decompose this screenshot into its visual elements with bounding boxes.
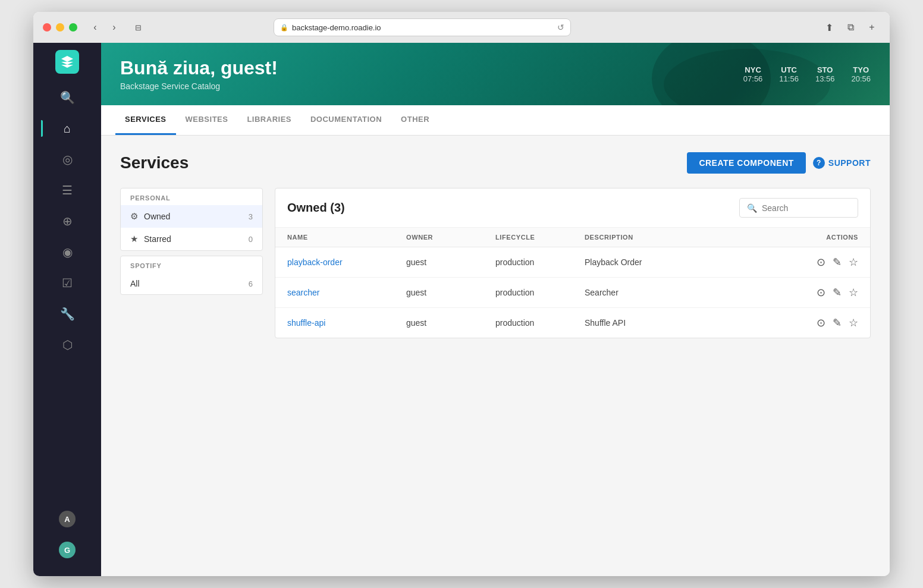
close-button[interactable]	[43, 23, 51, 32]
clock-sto-city: STO	[815, 65, 835, 74]
filter-spotify-title: SPOTIFY	[121, 256, 262, 273]
edit-icon[interactable]: ✎	[833, 286, 842, 299]
github-icon[interactable]: ⊙	[817, 286, 825, 299]
filter-all-count: 6	[249, 279, 253, 288]
url-bar[interactable]: 🔒 backstage-demo.roadie.io ↺	[274, 18, 571, 36]
search-icon: 🔍	[747, 203, 757, 213]
url-text: backstage-demo.roadie.io	[292, 23, 381, 32]
col-header-owner: OWNER	[394, 228, 484, 247]
search-box[interactable]: 🔍 ✕	[739, 198, 858, 218]
github-icon[interactable]: ⊙	[817, 256, 825, 269]
main-content: Bună ziua, guest! Backstage Service Cata…	[101, 43, 890, 576]
tab-bar: SERVICES WEBSITES LIBRARIES DOCUMENTATIO…	[101, 105, 890, 136]
tab-other[interactable]: OTHER	[391, 105, 439, 135]
sidebar-item-api[interactable]: ⬡	[53, 331, 81, 359]
edit-icon[interactable]: ✎	[833, 316, 842, 329]
star-icon: ★	[130, 234, 138, 244]
api-icon: ⬡	[62, 338, 73, 352]
tab-websites[interactable]: WEBSITES	[176, 105, 238, 135]
page-title: Services	[120, 153, 189, 172]
greeting-text: Bună ziua, guest!	[120, 57, 278, 79]
filter-item-starred-left: ★ Starred	[130, 234, 171, 244]
cell-lifecycle: production	[484, 278, 573, 308]
sidebar-item-catalog[interactable]: ☰	[53, 176, 81, 205]
reload-button[interactable]: ↺	[557, 23, 564, 32]
clock-sto: STO 13:56	[815, 65, 835, 83]
sidebar-item-admin[interactable]: A	[53, 505, 81, 533]
col-header-name: NAME	[275, 228, 394, 247]
favorite-icon[interactable]: ☆	[849, 316, 858, 329]
cell-owner: guest	[394, 308, 484, 338]
table-body: playback-order guest production Playback…	[275, 247, 870, 338]
edit-icon[interactable]: ✎	[833, 256, 842, 269]
table-header-row: NAME OWNER LIFECYCLE DESCRIPTION ACTIONS	[275, 228, 870, 247]
clock-tyo-time: 20:56	[851, 74, 871, 83]
create-icon: ⊕	[62, 214, 73, 228]
window-controls-button[interactable]: ⧉	[842, 21, 859, 33]
services-table: NAME OWNER LIFECYCLE DESCRIPTION ACTIONS…	[275, 228, 870, 338]
clock-tyo-city: TYO	[851, 65, 871, 74]
catalog-icon: ☰	[62, 183, 73, 197]
back-button[interactable]: ‹	[87, 21, 103, 33]
tab-libraries[interactable]: LIBRARIES	[237, 105, 301, 135]
share-button[interactable]: ⬆	[821, 21, 837, 33]
favorite-icon[interactable]: ☆	[849, 286, 858, 299]
filter-owned-count: 3	[249, 212, 253, 221]
service-name-link[interactable]: searcher	[287, 288, 319, 297]
gear-icon: ⚙	[130, 211, 138, 222]
page-actions: CREATE COMPONENT ? SUPPORT	[687, 152, 871, 174]
titlebar-actions: ⬆ ⧉ +	[821, 21, 880, 33]
sidebar-item-tasks[interactable]: ☑	[53, 269, 81, 297]
cell-description: Searcher	[573, 278, 799, 308]
clock-nyc-time: 07:56	[743, 74, 763, 83]
sidebar-item-search[interactable]: 🔍	[53, 83, 81, 112]
cell-name: playback-order	[275, 247, 394, 278]
sidebar-item-create[interactable]: ⊕	[53, 207, 81, 235]
sidebar-toggle-button[interactable]: ⊟	[130, 21, 146, 33]
filter-item-owned[interactable]: ⚙ Owned 3	[121, 205, 262, 228]
forward-button[interactable]: ›	[106, 21, 123, 33]
compass-icon: ◎	[62, 152, 73, 166]
content-area: SERVICES WEBSITES LIBRARIES DOCUMENTATIO…	[101, 105, 890, 576]
filter-item-starred[interactable]: ★ Starred 0	[121, 228, 262, 250]
fullscreen-button[interactable]	[69, 23, 77, 32]
page-content: Services CREATE COMPONENT ? SUPPORT	[101, 136, 890, 355]
cell-name: searcher	[275, 278, 394, 308]
app-container: 🔍 ⌂ ◎ ☰ ⊕ ◉ ☑ 🔧 ⬡	[33, 43, 890, 576]
favorite-icon[interactable]: ☆	[849, 256, 858, 269]
search-input[interactable]	[762, 203, 866, 213]
content-layout: PERSONAL ⚙ Owned 3	[120, 188, 871, 338]
filter-item-all-left: All	[130, 279, 140, 288]
clock-tyo: TYO 20:56	[851, 65, 871, 83]
clock-utc-time: 11:56	[779, 74, 799, 83]
sidebar-item-guest[interactable]: G	[53, 536, 81, 564]
service-name-link[interactable]: shuffle-api	[287, 318, 325, 328]
sidebar-item-compass[interactable]: ◎	[53, 145, 81, 174]
table-row: playback-order guest production Playback…	[275, 247, 870, 278]
nav-buttons: ‹ ›	[87, 21, 123, 33]
support-label: SUPPORT	[828, 158, 871, 168]
create-component-button[interactable]: CREATE COMPONENT	[687, 152, 805, 174]
header: Bună ziua, guest! Backstage Service Cata…	[101, 43, 890, 105]
github-icon[interactable]: ⊙	[817, 316, 825, 329]
tab-services[interactable]: SERVICES	[115, 105, 176, 135]
table-header: Owned (3) 🔍 ✕	[275, 188, 870, 228]
service-name-link[interactable]: playback-order	[287, 257, 343, 267]
sidebar-item-home[interactable]: ⌂	[53, 114, 81, 143]
tasks-icon: ☑	[62, 276, 73, 290]
target-icon: ◉	[62, 245, 73, 259]
row-actions: ⊙ ✎ ☆	[811, 286, 858, 299]
sidebar-item-tools[interactable]: 🔧	[53, 300, 81, 328]
header-title: Bună ziua, guest! Backstage Service Cata…	[120, 57, 278, 91]
filter-item-all[interactable]: All 6	[121, 273, 262, 294]
subtitle-text: Backstage Service Catalog	[120, 81, 278, 91]
support-button[interactable]: ? SUPPORT	[813, 157, 871, 169]
minimize-button[interactable]	[56, 23, 64, 32]
tab-documentation[interactable]: DOCUMENTATION	[301, 105, 391, 135]
sidebar-item-target[interactable]: ◉	[53, 238, 81, 266]
clock-nyc: NYC 07:56	[743, 65, 763, 83]
support-question-icon: ?	[813, 157, 825, 169]
cell-owner: guest	[394, 278, 484, 308]
app-logo[interactable]	[55, 50, 79, 74]
new-tab-button[interactable]: +	[864, 21, 880, 33]
